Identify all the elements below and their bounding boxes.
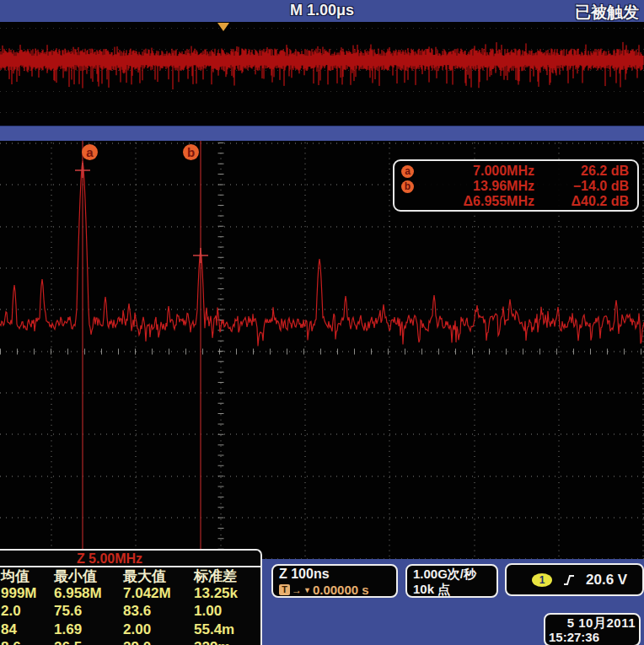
- readout-frequency-value: 13.96MHz: [425, 179, 534, 194]
- table-cell: 6.958M: [54, 585, 123, 602]
- table-cell: 7.042M: [123, 585, 194, 602]
- timebase-label: M 1.00μs: [0, 2, 644, 19]
- table-cell: 55.4m: [194, 621, 262, 638]
- trigger-level-value: 20.6 V: [586, 572, 627, 589]
- trigger-t-icon: T: [279, 584, 290, 595]
- table-row: 2.075.683.61.00: [0, 603, 260, 620]
- table-row: 8.626.529.0329m: [0, 639, 260, 645]
- time-trace-area: [0, 22, 644, 126]
- rising-edge-icon: [562, 573, 576, 587]
- channel-1-badge: 1: [532, 573, 552, 587]
- trigger-position-value: 0.00000 s: [313, 583, 369, 597]
- record-length-label: 10k 点: [413, 582, 496, 597]
- readout-row: b13.96MHz−14.0 dB: [401, 179, 629, 194]
- readout-frequency-value: Δ6.955MHz: [425, 194, 534, 209]
- table-cell: 29.0: [123, 639, 194, 645]
- readout-row: a7.000MHz26.2 dB: [401, 164, 629, 179]
- table-row: 999M6.958M7.042M13.25k: [0, 585, 260, 602]
- table-cell: 1.69: [54, 621, 123, 638]
- trigger-position-marker-icon: [217, 23, 229, 31]
- zoom-timebase-label: Z 100ns: [279, 567, 396, 582]
- table-header-cell: 标准差: [194, 568, 262, 585]
- table-cell: 83.6: [123, 603, 194, 620]
- cursor-b-badge: b: [183, 144, 199, 160]
- trigger-panel: 1 20.6 V: [505, 563, 644, 596]
- table-cell: 329m: [194, 639, 262, 645]
- cursor-a-readout-badge: a: [401, 165, 414, 178]
- triangle-down-icon: ▼: [303, 586, 311, 594]
- sample-rate-label: 1.00G次/秒: [413, 567, 496, 582]
- table-header-cell: 均值: [1, 568, 54, 585]
- trigger-status-label: 已被触发: [575, 2, 639, 24]
- table-cell: 26.5: [54, 639, 123, 645]
- fft-zoom-scale-bar: Z 5.00MHz: [0, 549, 262, 566]
- time-trace-waveform: [0, 22, 644, 126]
- cursor-b-readout-badge: b: [401, 180, 414, 193]
- acquisition-panel: 1.00G次/秒 10k 点: [405, 564, 498, 598]
- fft-zoom-scale-label: Z 5.00MHz: [0, 551, 219, 567]
- table-header-cell: 最大值: [123, 568, 194, 585]
- zoom-timebase-panel: Z 100ns T → ▼ 0.00000 s: [271, 564, 398, 598]
- table-row: 均值最小值最大值标准差: [0, 568, 260, 585]
- date-label: 5 10月2011: [549, 615, 636, 630]
- readout-level-value: 26.2 dB: [534, 164, 629, 179]
- arrow-right-icon: →: [292, 584, 302, 596]
- table-cell: 8.6: [1, 639, 54, 645]
- table-cell: 2.0: [1, 603, 54, 620]
- table-cell: 999M: [1, 585, 54, 602]
- top-status-bar: M 1.00μs 已被触发: [0, 0, 644, 22]
- readout-level-value: −14.0 dB: [534, 179, 629, 194]
- measurement-table: 均值最小值最大值标准差999M6.958M7.042M13.25k2.075.6…: [0, 566, 262, 645]
- table-row: 841.692.0055.4m: [0, 621, 260, 638]
- datetime-panel: 5 10月2011 15:27:36: [544, 613, 641, 645]
- table-cell: 75.6: [54, 603, 123, 620]
- readout-frequency-value: 7.000MHz: [425, 164, 534, 179]
- table-cell: 2.00: [123, 621, 194, 638]
- table-cell: 1.00: [194, 603, 262, 620]
- table-cell: 13.25k: [194, 585, 262, 602]
- table-cell: 84: [1, 621, 54, 638]
- readout-level-value: Δ40.2 dB: [534, 194, 629, 209]
- cursor-readout-panel: a7.000MHz26.2 dBb13.96MHz−14.0 dBΔ6.955M…: [393, 159, 639, 212]
- time-label: 15:27:36: [549, 630, 636, 644]
- cursor-a-badge: a: [82, 144, 98, 160]
- table-header-cell: 最小值: [54, 568, 123, 585]
- readout-row: Δ6.955MHzΔ40.2 dB: [401, 194, 629, 209]
